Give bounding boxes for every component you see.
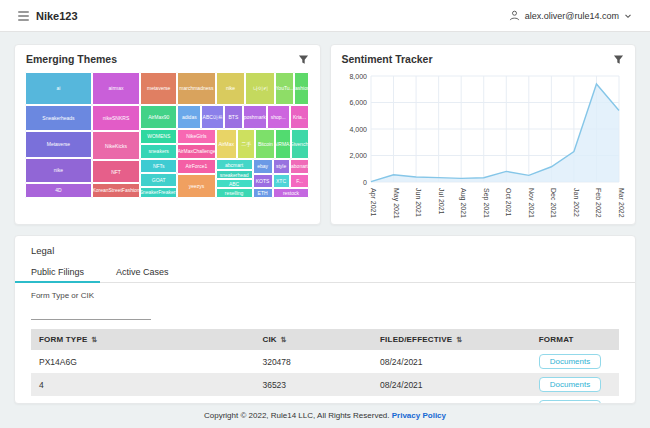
svg-text:Nov 2021: Nov 2021 (527, 188, 534, 218)
treemap-cell[interactable]: NikeGirls (177, 129, 215, 144)
treemap-cell[interactable]: AirMax90 (140, 105, 177, 129)
filter-icon[interactable] (613, 54, 624, 65)
filings-table: FORM TYPE⇅ CIK⇅ FILED/EFFECTIVE⇅ FORMAT … (31, 329, 619, 404)
treemap-cell[interactable]: metaverse (140, 72, 177, 105)
tab-public-filings[interactable]: Public Filings (15, 263, 100, 282)
sort-icon[interactable]: ⇅ (91, 336, 97, 343)
svg-text:Oct 2021: Oct 2021 (505, 188, 512, 217)
tab-active-cases[interactable]: Active Cases (100, 263, 185, 282)
app-title: Nike123 (36, 10, 78, 22)
themes-treemap: aiSneakerheadsMetaversenike4DairmaxnikeS… (25, 72, 310, 198)
svg-text:0: 0 (363, 179, 367, 186)
treemap-cell[interactable]: ai (25, 72, 92, 105)
user-menu[interactable]: alex.oliver@rule14.com (509, 10, 632, 21)
top-bar: Nike123 alex.oliver@rule14.com (0, 0, 650, 32)
treemap-cell[interactable]: shop... (267, 105, 290, 129)
svg-text:Jun 2021: Jun 2021 (415, 188, 422, 217)
form-type-cell: 4 (31, 373, 254, 396)
table-row: PX14A6G32047808/24/2021Documents (31, 350, 619, 373)
treemap-cell[interactable]: sneakerhead (216, 170, 253, 179)
svg-text:8,000: 8,000 (349, 73, 367, 80)
treemap-cell[interactable]: BTS (224, 105, 242, 129)
svg-text:Feb 2022: Feb 2022 (595, 188, 602, 218)
treemap-cell[interactable]: abcmart (216, 159, 253, 170)
treemap-cell[interactable]: WOMENS (140, 129, 177, 144)
treemap-cell[interactable]: 나이키 (245, 72, 275, 105)
emerging-themes-panel: Emerging Themes aiSneakerheadsMetaversen… (14, 44, 321, 225)
svg-text:Apr 2021: Apr 2021 (369, 188, 377, 217)
documents-button[interactable]: Documents (539, 377, 601, 392)
treemap-cell[interactable]: yeezys (177, 174, 215, 198)
treemap-cell[interactable]: NFT (92, 160, 140, 183)
treemap-cell[interactable]: NikeKicks (92, 131, 140, 160)
column-header-format: FORMAT (531, 329, 619, 350)
treemap-cell[interactable]: YouTu... (275, 72, 293, 105)
treemap-cell[interactable]: GOAT (140, 173, 177, 187)
treemap-cell[interactable]: Bitcoin (255, 129, 275, 159)
filter-icon[interactable] (298, 54, 309, 65)
column-header-form-type[interactable]: FORM TYPE⇅ (31, 329, 254, 350)
treemap-cell[interactable]: nike (25, 158, 92, 183)
svg-text:Dec 2021: Dec 2021 (550, 188, 557, 218)
treemap-cell[interactable]: airmax (92, 72, 140, 105)
treemap-cell[interactable]: sneakers (140, 144, 177, 159)
treemap-cell[interactable]: poshmark (243, 105, 267, 129)
treemap-cell[interactable]: Sneakerheads (25, 105, 92, 131)
treemap-cell[interactable]: AirMax (216, 129, 237, 159)
svg-text:Jan 2022: Jan 2022 (572, 188, 579, 217)
treemap-cell[interactable]: style (273, 159, 290, 174)
treemap-cell[interactable]: nike (216, 72, 246, 105)
column-header-filed-effective[interactable]: FILED/EFFECTIVE⇅ (372, 329, 531, 350)
column-header-cik[interactable]: CIK⇅ (254, 329, 372, 350)
svg-text:May 2021: May 2021 (391, 188, 399, 219)
sentiment-tracker-title: Sentiment Tracker (342, 53, 433, 65)
treemap-cell[interactable]: ebay (253, 159, 273, 174)
table-row: 436521408/24/2021Documents (31, 396, 619, 404)
menu-icon[interactable] (18, 11, 29, 21)
treemap-cell[interactable]: AirForce1 (177, 159, 215, 174)
treemap-cell[interactable]: AirMaxChallenge (177, 144, 215, 159)
sort-icon[interactable]: ⇅ (456, 336, 462, 343)
form-type-cik-input[interactable] (31, 307, 151, 320)
treemap-cell[interactable]: XTC (273, 174, 290, 188)
treemap-cell[interactable]: KoreanStreetFashion (92, 183, 140, 198)
treemap-cell[interactable]: reselling (216, 188, 253, 198)
treemap-cell[interactable]: ABC마트 (201, 105, 224, 129)
privacy-policy-link[interactable]: Privacy Policy (392, 411, 446, 420)
sentiment-chart-svg: 02,0004,0006,0008,000Apr 2021May 2021Jun… (337, 70, 629, 225)
cik-cell: 320478 (254, 350, 372, 373)
treemap-cell[interactable]: NFTs (140, 159, 177, 173)
treemap-cell[interactable]: F... (290, 174, 310, 188)
treemap-cell[interactable]: ETH (253, 188, 273, 198)
treemap-cell[interactable]: restock (273, 188, 310, 198)
treemap-cell[interactable]: marchmadness (177, 72, 215, 105)
table-row: 43652308/24/2021Documents (31, 373, 619, 396)
treemap-cell[interactable]: Kria... (290, 105, 310, 129)
treemap-cell[interactable]: Metaverse (25, 131, 92, 157)
filed-effective-cell: 08/24/2021 (372, 350, 531, 373)
format-cell: Documents (531, 350, 619, 373)
copyright-text: Copyright © 2022, Rule14 LLC, All Rights… (204, 411, 390, 420)
treemap-cell[interactable]: KOTS (253, 174, 273, 188)
svg-text:Jul 2021: Jul 2021 (437, 188, 444, 215)
treemap-cell[interactable]: Givenchy (291, 129, 309, 159)
svg-text:6,000: 6,000 (349, 99, 367, 106)
documents-button[interactable]: Documents (539, 354, 601, 369)
cik-cell: 36523 (254, 373, 372, 396)
sort-icon[interactable]: ⇅ (281, 336, 287, 343)
treemap-cell[interactable]: AIRMAX (275, 129, 291, 159)
user-email: alex.oliver@rule14.com (525, 11, 619, 21)
treemap-cell[interactable]: nikeSNKRS (92, 105, 140, 131)
treemap-cell[interactable]: abonart (290, 159, 310, 174)
treemap-cell[interactable]: ABC (216, 179, 253, 188)
treemap-cell[interactable]: 4D (25, 183, 92, 198)
form-type-cell: 4 (31, 396, 254, 404)
form-type-cell: PX14A6G (31, 350, 254, 373)
form-type-cik-label: Form Type or CIK (31, 291, 619, 300)
user-icon (509, 10, 520, 21)
treemap-cell[interactable]: adidas (177, 105, 201, 129)
treemap-cell[interactable]: SneakerFreakers (140, 187, 177, 198)
treemap-cell[interactable]: 二手 (237, 129, 255, 159)
treemap-cell[interactable]: fashion (294, 72, 310, 105)
sentiment-tracker-panel: Sentiment Tracker 02,0004,0006,0008,000A… (330, 44, 637, 225)
